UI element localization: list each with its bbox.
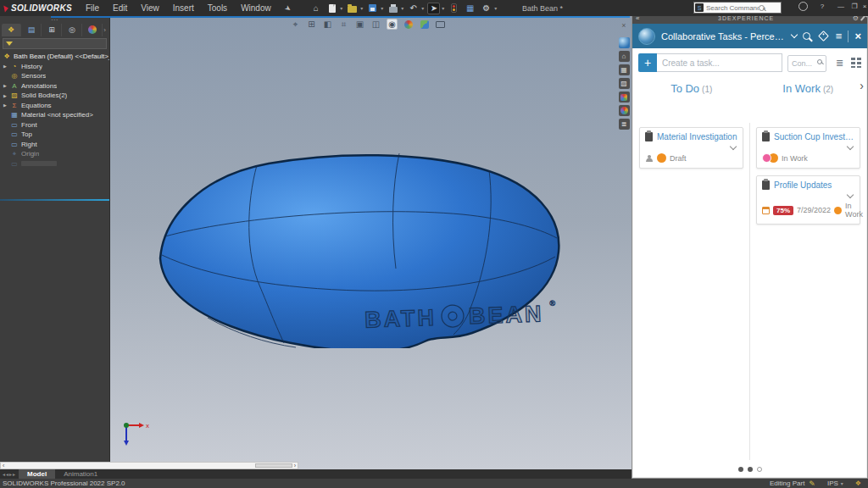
save-icon[interactable]: [366, 3, 379, 14]
search-commands-input[interactable]: [706, 4, 759, 12]
search-icon[interactable]: [759, 5, 765, 11]
print-icon[interactable]: [387, 3, 399, 14]
undo-caret-icon[interactable]: ▾: [421, 5, 424, 11]
bath-bean-model[interactable]: BATH BEAN ®: [157, 143, 564, 348]
card-expand-chevron-icon[interactable]: [847, 143, 854, 150]
user-account-icon[interactable]: [798, 2, 808, 11]
task-card-suction-cup[interactable]: Suction Cup Investigatio... In Work: [756, 127, 860, 169]
zoom-fit-icon[interactable]: ⌖: [290, 19, 301, 30]
tree-item-solid-bodies[interactable]: ▶ ▨ Solid Bodies(2): [0, 91, 109, 101]
select-caret-icon[interactable]: ▾: [442, 5, 444, 11]
tree-item-top-plane[interactable]: ▭ Top: [0, 130, 109, 140]
task-card-material-investigation[interactable]: Material Investigation Draft: [639, 127, 743, 169]
tab-nav-arrows[interactable]: ◂◂▸▸: [0, 471, 19, 477]
tree-item-suppressed[interactable]: ▭: [0, 159, 109, 169]
hide-show-items-icon[interactable]: ◉: [387, 19, 398, 30]
open-icon[interactable]: [346, 3, 359, 14]
panel-title-chevron-icon[interactable]: [791, 31, 798, 38]
tree-item-annotations[interactable]: ▶ A Annotations: [0, 81, 109, 92]
page-dot-1[interactable]: [738, 467, 743, 472]
tree-item-equations[interactable]: ▶ Σ Equations: [0, 101, 109, 111]
scrollbar-thumb[interactable]: [255, 463, 292, 468]
content-search-icon[interactable]: [817, 59, 822, 64]
task-title-link[interactable]: Suction Cup Investigatio...: [774, 132, 854, 141]
graphics-viewport[interactable]: ⌖ ⊞ ◧ ⌗ ▣ ◫ ◉ × ⌂ ▦ ▨ ≣: [110, 16, 632, 469]
panel-tag-icon[interactable]: [818, 30, 829, 42]
tab-displaymanager[interactable]: [83, 24, 103, 36]
tree-item-sensors[interactable]: ◎ Sensors: [0, 71, 109, 81]
3dexperience-compass-icon[interactable]: [619, 37, 630, 48]
menu-window[interactable]: Window: [234, 3, 278, 13]
undo-icon[interactable]: ↶: [407, 3, 420, 14]
menu-insert[interactable]: Insert: [166, 3, 201, 13]
tree-filter-box[interactable]: [3, 38, 107, 49]
tree-item-origin[interactable]: ⌖ Origin: [0, 149, 109, 159]
tree-horizontal-scrollbar[interactable]: ‹ ›: [0, 462, 298, 469]
select-cursor-icon[interactable]: ➤: [427, 3, 440, 14]
task-card-profile-updates[interactable]: Profile Updates 75% 7/29/2022 In Work: [756, 175, 860, 225]
card-expand-chevron-icon[interactable]: [730, 143, 737, 150]
view-orientation-icon[interactable]: ▣: [354, 19, 365, 30]
scroll-left-icon[interactable]: ‹: [3, 463, 4, 469]
tab-dimxpertmanager[interactable]: ◎: [63, 24, 82, 36]
open-caret-icon[interactable]: ▾: [360, 5, 363, 11]
tree-item-history[interactable]: ▶ ◔ History: [0, 62, 109, 72]
expand-arrow-icon[interactable]: ▶: [3, 103, 8, 108]
panel-menu-icon[interactable]: ≡: [836, 30, 843, 42]
strip-apps-icon[interactable]: ▦: [619, 64, 630, 75]
section-view-icon[interactable]: ◧: [322, 19, 333, 30]
strip-folder-icon[interactable]: ▨: [619, 78, 630, 89]
strip-list-icon[interactable]: ≣: [619, 119, 630, 130]
panel-search-icon[interactable]: [803, 32, 810, 40]
close-button[interactable]: ×: [858, 0, 868, 12]
tab-model[interactable]: Model: [19, 469, 55, 479]
tabs-overflow-icon[interactable]: ›: [103, 26, 109, 34]
strip-addins-icon[interactable]: [619, 92, 630, 103]
tree-item-material[interactable]: ▦ Material <not specified>: [0, 110, 109, 120]
tree-filter-input[interactable]: [15, 40, 165, 47]
strip-colorwheel-icon[interactable]: [619, 105, 630, 116]
new-document-icon[interactable]: [326, 3, 338, 14]
print-caret-icon[interactable]: ▾: [401, 5, 403, 11]
column-todo-header[interactable]: To Do(1): [633, 82, 750, 95]
card-expand-chevron-icon[interactable]: [847, 191, 854, 198]
rollback-bar[interactable]: [0, 199, 109, 201]
panel-close-icon[interactable]: ×: [854, 30, 861, 42]
new-caret-icon[interactable]: ▾: [340, 5, 342, 11]
menu-tools[interactable]: Tools: [201, 3, 234, 13]
status-units-text[interactable]: IPS: [827, 480, 838, 487]
menu-edit[interactable]: Edit: [106, 3, 134, 13]
apply-scene-icon[interactable]: [419, 19, 430, 30]
minimize-button[interactable]: —: [834, 0, 848, 12]
column-inwork-header[interactable]: In Work(2): [750, 82, 867, 95]
expand-arrow-icon[interactable]: ▶: [3, 93, 8, 98]
menu-pin-icon[interactable]: ➤: [283, 3, 293, 14]
menu-view[interactable]: View: [134, 3, 166, 13]
create-task-input[interactable]: [657, 53, 782, 72]
help-icon[interactable]: ?: [815, 0, 829, 12]
scroll-right-icon[interactable]: ›: [294, 463, 296, 469]
tab-propertymanager[interactable]: ▤: [22, 24, 42, 36]
dock-pin-icon[interactable]: [860, 15, 865, 21]
measure-icon[interactable]: ⌗: [338, 19, 349, 30]
search-commands-box[interactable]: S ▾: [693, 2, 782, 14]
home-icon[interactable]: ⌂: [309, 3, 322, 14]
tree-item-front-plane[interactable]: ▭ Front: [0, 120, 109, 130]
zoom-area-icon[interactable]: ⊞: [306, 19, 317, 30]
task-title-link[interactable]: Profile Updates: [774, 180, 854, 190]
page-dot-3[interactable]: [757, 467, 762, 472]
grid-view-icon[interactable]: [851, 58, 861, 68]
edit-appearance-icon[interactable]: [403, 19, 414, 30]
view-settings-icon[interactable]: [435, 19, 446, 30]
expand-arrow-icon[interactable]: ▶: [3, 64, 8, 69]
page-dot-2[interactable]: [748, 467, 753, 472]
display-style-icon[interactable]: ◫: [370, 19, 381, 30]
tab-featuremanager[interactable]: ❖: [2, 24, 21, 36]
tree-item-right-plane[interactable]: ▭ Right: [0, 140, 109, 150]
tree-root-item[interactable]: ❖ Bath Bean (Default) <<Default>_Display: [0, 52, 109, 62]
status-tag-icon[interactable]: ❖: [855, 480, 861, 487]
next-column-icon[interactable]: ›: [860, 79, 864, 92]
strip-close-icon[interactable]: ×: [621, 21, 626, 30]
tab-animation1[interactable]: Animation1: [55, 469, 106, 479]
menu-file[interactable]: File: [79, 3, 106, 13]
